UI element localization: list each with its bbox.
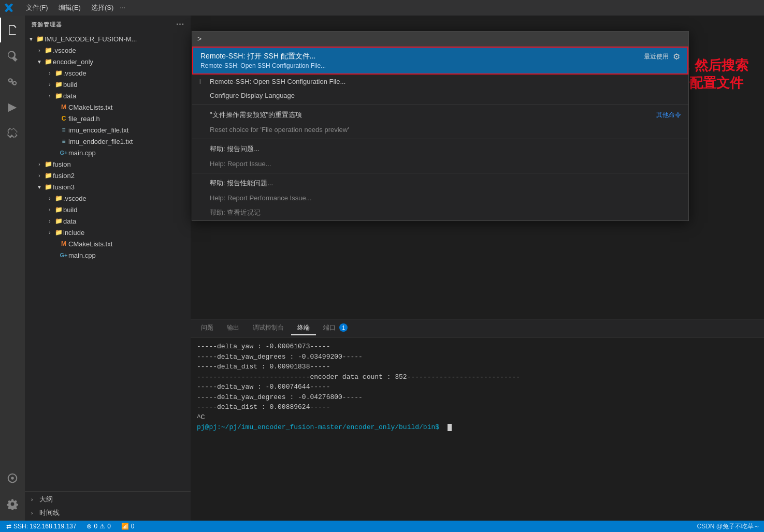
- command-item-1[interactable]: Configure Display Language: [192, 88, 688, 102]
- wireless-icon: 📶: [121, 523, 129, 530]
- command-item-8[interactable]: 帮助: 查看近况记: [192, 205, 688, 220]
- cmd-left-0: i Remote-SSH: Open SSH Configuration Fil…: [199, 78, 345, 85]
- command-highlight-sub: Remote-SSH: Open SSH Configuration File.…: [200, 62, 326, 69]
- ssh-label: SSH: 192.168.119.137: [13, 523, 76, 530]
- menu-select[interactable]: 选择(S): [87, 2, 118, 13]
- cmd-left-5: Help: Report Issue...: [199, 160, 271, 168]
- ssh-icon: ⇄: [6, 523, 11, 530]
- command-input-row: >: [192, 32, 688, 47]
- command-item-2[interactable]: "文件操作需要预览"的重置选项 其他命令: [192, 107, 688, 123]
- sidebar-more-button[interactable]: ···: [176, 20, 184, 29]
- item-text-1: Configure Display Language: [210, 92, 295, 99]
- recent-label: 最近使用: [644, 52, 669, 61]
- command-palette-overlay: > Remote-SSH: 打开 SSH 配置文件... Remote-SSH:…: [0, 31, 764, 521]
- command-item-0[interactable]: i Remote-SSH: Open SSH Configuration Fil…: [192, 75, 688, 88]
- item-text-0: Remote-SSH: Open SSH Configuration File.…: [210, 78, 345, 85]
- item-icon-0: i: [199, 78, 207, 85]
- command-separator-1: [192, 105, 688, 105]
- cmd-left-7: Help: Report Performance Issue...: [199, 194, 312, 202]
- error-count: 0: [94, 523, 97, 530]
- statusbar-right: CSDN @兔子不吃草～: [697, 522, 760, 531]
- command-separator-3: [192, 173, 688, 173]
- titlebar-menu: 文件(F) 编辑(E) 选择(S) ...: [22, 2, 125, 13]
- sidebar-title: 资源管理器: [31, 21, 62, 28]
- cmd-left-8: 帮助: 查看近况记: [199, 208, 261, 217]
- sidebar-header: 资源管理器 ···: [25, 16, 191, 33]
- menu-file[interactable]: 文件(F): [22, 2, 52, 13]
- item-text-4: 帮助: 报告问题...: [210, 144, 260, 154]
- command-item-6[interactable]: 帮助: 报告性能问题...: [192, 175, 688, 191]
- command-input[interactable]: [204, 35, 683, 43]
- main-layout: 资源管理器 ··· ▼ 📁 IMU_ENCODER_FUSION-M... › …: [0, 16, 764, 521]
- vscode-icon: [4, 3, 13, 12]
- item-text-8: 帮助: 查看近况记: [210, 208, 261, 217]
- cmd-left-4: 帮助: 报告问题...: [199, 144, 260, 154]
- command-highlight-main: Remote-SSH: 打开 SSH 配置文件...: [200, 52, 326, 61]
- item-text-7: Help: Report Performance Issue...: [210, 194, 312, 202]
- command-separator-2: [192, 139, 688, 139]
- error-icon: ⊗: [87, 523, 92, 530]
- command-item-3[interactable]: Reset choice for 'File operation needs p…: [192, 123, 688, 137]
- statusbar-errors[interactable]: ⊗ 0 ⚠ 0: [84, 523, 112, 530]
- cmd-left-2: "文件操作需要预览"的重置选项: [199, 110, 302, 120]
- statusbar-wireless[interactable]: 📶 0: [119, 523, 137, 530]
- menu-more[interactable]: ...: [120, 2, 125, 13]
- item-text-2: "文件操作需要预览"的重置选项: [210, 110, 302, 120]
- command-palette: > Remote-SSH: 打开 SSH 配置文件... Remote-SSH:…: [192, 31, 689, 221]
- statusbar: ⇄ SSH: 192.168.119.137 ⊗ 0 ⚠ 0 📶 0 CSDN …: [0, 521, 764, 532]
- command-highlighted-item[interactable]: Remote-SSH: 打开 SSH 配置文件... Remote-SSH: O…: [192, 47, 688, 75]
- statusbar-branding: CSDN @兔子不吃草～: [697, 522, 760, 531]
- command-item-7[interactable]: Help: Report Performance Issue...: [192, 191, 688, 205]
- cmd-left-6: 帮助: 报告性能问题...: [199, 179, 273, 188]
- settings-icon[interactable]: ⚙: [673, 52, 680, 62]
- command-item-5[interactable]: Help: Report Issue...: [192, 157, 688, 171]
- statusbar-ssh[interactable]: ⇄ SSH: 192.168.119.137: [4, 523, 78, 530]
- cmd-left-1: Configure Display Language: [199, 92, 295, 99]
- wireless-count: 0: [131, 523, 135, 530]
- command-prompt: >: [197, 35, 201, 43]
- command-item-4[interactable]: 帮助: 报告问题...: [192, 141, 688, 157]
- warning-icon: ⚠: [99, 523, 105, 530]
- warning-count: 0: [107, 523, 111, 530]
- item-text-3: Reset choice for 'File operation needs p…: [210, 126, 349, 134]
- statusbar-left: ⇄ SSH: 192.168.119.137 ⊗ 0 ⚠ 0 📶 0: [4, 523, 137, 530]
- cmd-left-3: Reset choice for 'File operation needs p…: [199, 126, 349, 134]
- menu-edit[interactable]: 编辑(E): [54, 2, 85, 13]
- item-right-2: 其他命令: [656, 111, 681, 120]
- item-text-6: 帮助: 报告性能问题...: [210, 179, 273, 188]
- item-text-5: Help: Report Issue...: [210, 160, 271, 168]
- titlebar: 文件(F) 编辑(E) 选择(S) ...: [0, 0, 764, 16]
